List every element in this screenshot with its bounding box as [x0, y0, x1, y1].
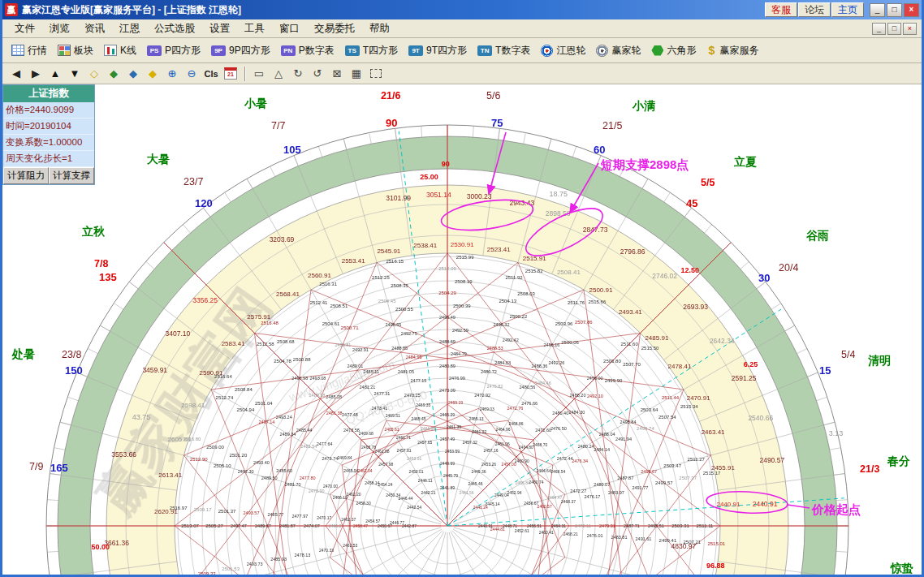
svg-text:2746.02: 2746.02 — [652, 272, 677, 280]
svg-text:2496.81: 2496.81 — [335, 342, 352, 347]
gann-wheel-icon — [541, 45, 553, 57]
svg-text:2500.71: 2500.71 — [341, 325, 359, 330]
diamond-green-tool[interactable]: ◆ — [105, 66, 123, 82]
svg-text:2613.41: 2613.41 — [158, 472, 182, 479]
zoom-out-button[interactable]: ⊖ — [183, 66, 201, 82]
customer-service-button[interactable]: 客服 — [765, 2, 797, 17]
child-minimize[interactable]: _ — [872, 23, 886, 35]
svg-text:2457.49: 2457.49 — [440, 437, 455, 441]
svg-text:3459.91: 3459.91 — [142, 366, 167, 374]
menu-item-8[interactable]: 窗口 — [272, 20, 307, 37]
diamond-gold-tool[interactable]: ◆ — [144, 66, 162, 82]
winner-service-button[interactable]: $赢家服务 — [702, 41, 763, 60]
menu-item-2[interactable]: 浏览 — [42, 20, 77, 37]
gann-wheel-canvas[interactable]: 赢家财富网www.yingjia500.comQQ:4008-0-6602515… — [2, 84, 922, 575]
svg-text:2512.74: 2512.74 — [216, 395, 234, 400]
zoom-in-button[interactable]: ⊕ — [163, 66, 181, 82]
kline-button[interactable]: K线 — [99, 41, 141, 60]
menu-item-10[interactable]: 帮助 — [362, 20, 397, 37]
svg-text:2485.28: 2485.28 — [326, 394, 342, 399]
hexagon-button[interactable]: 六角形 — [646, 41, 701, 60]
svg-text:2480.72: 2480.72 — [481, 369, 497, 374]
diamond-outline-tool[interactable]: ◇ — [85, 66, 103, 82]
rotate-ccw-tool[interactable]: ↺ — [309, 66, 326, 82]
svg-text:2504.78: 2504.78 — [274, 359, 291, 364]
svg-text:2512.90: 2512.90 — [190, 457, 208, 462]
forum-button[interactable]: 论坛 — [798, 2, 831, 17]
close-button[interactable]: × — [904, 3, 919, 17]
rotate-cw-tool[interactable]: ↻ — [289, 66, 307, 82]
pointer-tool[interactable]: ▲ — [46, 66, 64, 82]
svg-text:2470.00: 2470.00 — [323, 484, 338, 489]
grid-tool[interactable]: ▦ — [348, 66, 365, 82]
svg-text:2492.42: 2492.42 — [503, 338, 519, 342]
svg-text:2455.91: 2455.91 — [711, 464, 735, 472]
nine-p-square-label: 9P四方形 — [229, 44, 270, 58]
svg-text:2511.76: 2511.76 — [568, 300, 585, 305]
svg-text:2505.27: 2505.27 — [205, 523, 223, 528]
dashed-rect-tool[interactable] — [367, 66, 385, 82]
svg-text:2493.41: 2493.41 — [619, 308, 642, 316]
nine-t-square-button[interactable]: 9T9T四方形 — [404, 41, 472, 60]
menu-item-9[interactable]: 交易委托 — [307, 20, 362, 37]
svg-text:2495.84: 2495.84 — [620, 420, 637, 424]
menu-item-1[interactable]: 文件 — [7, 20, 42, 37]
nine-t-square-icon: 9T — [408, 45, 423, 56]
flag-tool[interactable]: ▼ — [66, 66, 84, 82]
svg-text:5/5: 5/5 — [701, 177, 715, 188]
cls-button[interactable]: Cls — [202, 66, 220, 82]
support-annotation-label: 短期支撑2898点 — [600, 157, 689, 172]
menu-item-7[interactable]: 工具 — [237, 20, 272, 37]
rect-tool[interactable]: ▭ — [250, 66, 268, 82]
svg-text:2461.55: 2461.55 — [421, 426, 435, 431]
svg-text:2476.01: 2476.01 — [587, 533, 603, 538]
sectors-button[interactable]: 板块 — [53, 41, 98, 60]
svg-text:2468.86: 2468.86 — [508, 421, 523, 426]
svg-text:2466.27: 2466.27 — [329, 523, 343, 528]
svg-text:2464.47: 2464.47 — [547, 495, 562, 500]
drawing-toolbar: ◀▶▲▼◇◆◆◆⊕⊖Cls21▭△↻↺⊠▦ — [2, 63, 922, 84]
next-button[interactable]: ▶ — [27, 66, 45, 82]
menu-item-5[interactable]: 公式选股 — [147, 20, 202, 37]
svg-text:2500.22: 2500.22 — [510, 314, 528, 319]
quotes-button[interactable]: 行情 — [6, 41, 52, 60]
svg-text:2474.07: 2474.07 — [304, 523, 320, 528]
calc-resistance-button[interactable]: 计算阻力 — [3, 167, 49, 184]
svg-text:2464.96: 2464.96 — [495, 427, 510, 432]
triangle-tool[interactable]: △ — [270, 66, 287, 82]
maximize-button[interactable]: □ — [887, 3, 902, 17]
t-square-button[interactable]: TST四方形 — [340, 41, 403, 60]
menubar: 文件浏览资讯江恩公式选股设置工具窗口交易委托帮助 _□× — [2, 19, 922, 38]
svg-text:3356.25: 3356.25 — [192, 296, 218, 304]
svg-text:2598.41: 2598.41 — [181, 402, 205, 409]
gann-wheel-button[interactable]: 江恩轮 — [536, 41, 590, 60]
svg-text:2463.41: 2463.41 — [702, 428, 725, 436]
minimize-button[interactable]: _ — [870, 3, 885, 17]
boxed-x-tool[interactable]: ⊠ — [328, 66, 346, 82]
svg-text:2480.24: 2480.24 — [578, 444, 594, 449]
child-close[interactable]: × — [903, 23, 917, 35]
calc-support-button[interactable]: 计算支撑 — [49, 167, 94, 184]
svg-text:25.00: 25.00 — [420, 173, 438, 181]
child-restore[interactable]: □ — [887, 23, 901, 35]
t-number-table-button[interactable]: TNT数字表 — [473, 41, 535, 60]
homepage-button[interactable]: 主页 — [831, 2, 864, 17]
diamond-blue-tool[interactable]: ◆ — [124, 66, 142, 82]
svg-text:3407.10: 3407.10 — [165, 329, 190, 338]
svg-text:2501.53: 2501.53 — [222, 566, 240, 571]
menu-item-4[interactable]: 江恩 — [112, 20, 147, 37]
titlebar[interactable]: 赢 赢家江恩专业版[赢家服务平台] - [上证指数 江恩轮] 客服论坛主页 _□… — [2, 0, 922, 19]
svg-text:2511.27: 2511.27 — [688, 457, 706, 462]
nine-p-square-button[interactable]: 9P9P四方形 — [206, 41, 275, 60]
p-number-table-button[interactable]: PNP数字表 — [276, 41, 339, 60]
winner-wheel-button[interactable]: 赢家轮 — [591, 41, 646, 60]
menu-item-6[interactable]: 设置 — [202, 20, 237, 37]
menu-item-3[interactable]: 资讯 — [77, 20, 112, 37]
svg-text:2473.25: 2473.25 — [404, 393, 421, 398]
calendar-button[interactable]: 21 — [222, 66, 240, 82]
svg-text:2462.04: 2462.04 — [358, 468, 373, 473]
prev-button[interactable]: ◀ — [7, 66, 25, 82]
svg-text:2500.39: 2500.39 — [453, 304, 471, 308]
svg-text:2453.26: 2453.26 — [481, 462, 496, 467]
p-square-button[interactable]: PSP四方形 — [142, 41, 205, 60]
